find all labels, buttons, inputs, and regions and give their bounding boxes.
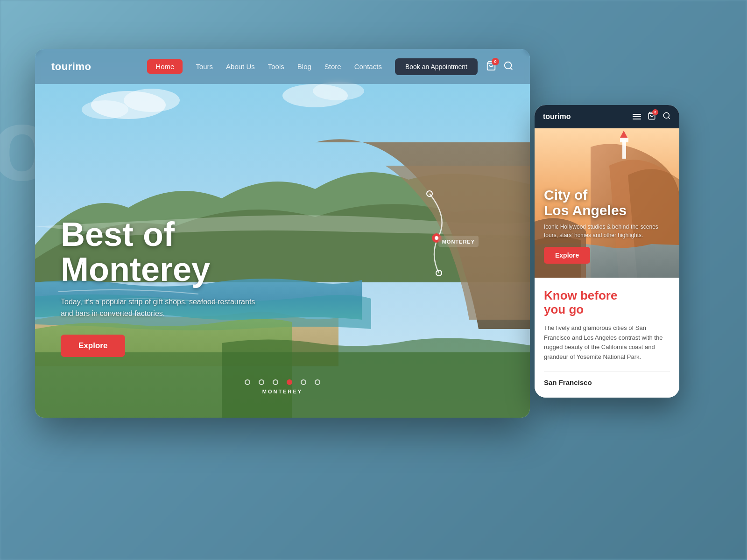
mobile-hero: City of Los Angeles Iconic Hollywood stu… xyxy=(535,128,679,278)
nav-blog[interactable]: Blog xyxy=(297,63,311,70)
cart-button[interactable]: 0 xyxy=(486,61,496,73)
search-icon xyxy=(503,61,514,71)
svg-point-3 xyxy=(82,100,128,119)
cart-badge: 0 xyxy=(492,58,499,65)
browser-window: MONTEREY tourimo Home Tours About Us Too… xyxy=(35,49,530,418)
mobile-search-button[interactable] xyxy=(662,112,671,122)
mobile-header-icons: 0 xyxy=(633,112,671,122)
svg-point-11 xyxy=(505,62,512,69)
mobile-know-line2: you go xyxy=(544,302,584,316)
nav-contacts[interactable]: Contacts xyxy=(354,63,382,70)
dot-1[interactable] xyxy=(245,379,250,385)
mobile-city-item: San Francisco xyxy=(544,371,670,386)
mobile-cart-button[interactable]: 0 xyxy=(648,112,656,122)
current-location-label: MONTEREY xyxy=(262,389,303,394)
dot-5[interactable] xyxy=(301,379,306,385)
search-button[interactable] xyxy=(503,61,514,73)
svg-point-9 xyxy=(435,236,438,240)
svg-rect-18 xyxy=(620,138,628,142)
nav-about[interactable]: About Us xyxy=(226,63,255,70)
mobile-header: tourimo 0 xyxy=(535,105,679,128)
hamburger-menu-button[interactable] xyxy=(633,114,641,119)
mobile-hero-content: City of Los Angeles Iconic Hollywood stu… xyxy=(544,187,670,264)
svg-line-12 xyxy=(510,68,512,70)
mobile-cart-badge: 0 xyxy=(652,109,658,115)
dot-6[interactable] xyxy=(315,379,320,385)
dots-row xyxy=(245,379,320,385)
nav-tools[interactable]: Tools xyxy=(268,63,284,70)
mobile-know-description: The lively and glamorous cities of San F… xyxy=(544,323,670,362)
dot-4-active[interactable] xyxy=(287,379,292,385)
nav-links: Home Tours About Us Tools Blog Store Con… xyxy=(147,59,382,74)
nav-store[interactable]: Store xyxy=(324,63,341,70)
mobile-explore-button[interactable]: Explore xyxy=(544,247,590,264)
mobile-info-content: Know before you go The lively and glamor… xyxy=(535,278,679,398)
svg-point-2 xyxy=(124,89,180,112)
svg-point-14 xyxy=(663,112,669,118)
navbar: tourimo Home Tours About Us Tools Blog S… xyxy=(35,49,530,84)
mobile-search-icon xyxy=(662,112,671,120)
nav-icons: 0 xyxy=(486,61,514,73)
mobile-hero-title-line2: Los Angeles xyxy=(544,203,627,218)
mobile-hero-title: City of Los Angeles xyxy=(544,187,670,218)
mobile-hero-description: Iconic Hollywood studios & behind-the-sc… xyxy=(544,223,670,239)
mobile-hero-title-line1: City of xyxy=(544,187,587,203)
hero-subtitle: Today, it's a popular strip of gift shop… xyxy=(61,296,261,320)
dots-navigation: MONTEREY xyxy=(245,379,320,394)
svg-line-15 xyxy=(668,117,669,119)
dot-2[interactable] xyxy=(259,379,264,385)
hero-title-line2: Monterey xyxy=(61,251,210,288)
nav-home[interactable]: Home xyxy=(147,59,183,74)
explore-button[interactable]: Explore xyxy=(61,335,125,357)
mobile-logo: tourimo xyxy=(543,112,571,121)
svg-rect-17 xyxy=(622,140,626,159)
mobile-know-title: Know before you go xyxy=(544,289,670,317)
map-monterey-label: MONTEREY xyxy=(438,236,479,247)
hero-title-line1: Best of xyxy=(61,216,175,253)
logo: tourimo xyxy=(51,61,91,73)
hero-content: Best of Monterey Today, it's a popular s… xyxy=(61,217,261,357)
dot-3[interactable] xyxy=(273,379,278,385)
hero-title: Best of Monterey xyxy=(61,217,261,287)
mobile-know-line1: Know before xyxy=(544,288,617,302)
book-appointment-button[interactable]: Book an Appointment xyxy=(395,58,478,75)
mobile-card: tourimo 0 xyxy=(535,105,679,398)
svg-point-5 xyxy=(313,82,364,100)
nav-tours[interactable]: Tours xyxy=(196,63,213,70)
